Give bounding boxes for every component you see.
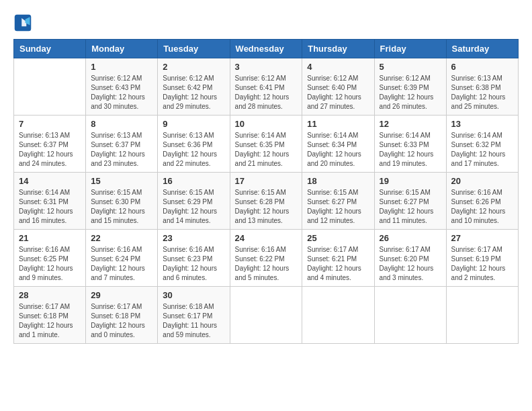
calendar-day-cell: 11Sunrise: 6:14 AM Sunset: 6:34 PM Dayli… [302, 116, 374, 173]
calendar-day-cell: 12Sunrise: 6:14 AM Sunset: 6:33 PM Dayli… [374, 116, 446, 173]
day-number: 8 [91, 119, 152, 129]
day-number: 9 [163, 119, 224, 129]
calendar-day-cell: 25Sunrise: 6:17 AM Sunset: 6:21 PM Dayli… [302, 230, 374, 287]
calendar-week-row: 1Sunrise: 6:12 AM Sunset: 6:43 PM Daylig… [14, 58, 519, 116]
day-info: Sunrise: 6:13 AM Sunset: 6:36 PM Dayligh… [163, 131, 224, 169]
day-number: 20 [451, 176, 513, 186]
day-number: 12 [380, 119, 441, 129]
calendar-body: 1Sunrise: 6:12 AM Sunset: 6:43 PM Daylig… [14, 58, 519, 344]
calendar-day-cell: 14Sunrise: 6:14 AM Sunset: 6:31 PM Dayli… [14, 173, 86, 230]
logo [13, 13, 35, 32]
day-of-week-header: Sunday [14, 40, 86, 58]
day-number: 5 [380, 62, 441, 72]
calendar-week-row: 21Sunrise: 6:16 AM Sunset: 6:25 PM Dayli… [14, 230, 519, 287]
day-number: 25 [307, 233, 369, 243]
day-of-week-header: Tuesday [158, 40, 230, 58]
day-info: Sunrise: 6:14 AM Sunset: 6:35 PM Dayligh… [235, 131, 298, 169]
day-number: 21 [19, 233, 81, 243]
day-number: 14 [19, 176, 81, 186]
day-info: Sunrise: 6:14 AM Sunset: 6:32 PM Dayligh… [451, 131, 513, 169]
day-info: Sunrise: 6:15 AM Sunset: 6:27 PM Dayligh… [307, 188, 369, 226]
day-info: Sunrise: 6:12 AM Sunset: 6:43 PM Dayligh… [91, 74, 152, 111]
day-info: Sunrise: 6:13 AM Sunset: 6:37 PM Dayligh… [19, 131, 81, 169]
calendar-day-cell [446, 287, 518, 344]
day-number: 4 [307, 62, 369, 72]
calendar-day-cell: 9Sunrise: 6:13 AM Sunset: 6:36 PM Daylig… [158, 116, 230, 173]
day-info: Sunrise: 6:17 AM Sunset: 6:19 PM Dayligh… [451, 245, 513, 283]
logo-icon [13, 13, 32, 32]
calendar-day-cell: 20Sunrise: 6:16 AM Sunset: 6:26 PM Dayli… [446, 173, 518, 230]
calendar-day-cell: 6Sunrise: 6:13 AM Sunset: 6:38 PM Daylig… [446, 58, 518, 116]
calendar-day-cell [14, 58, 86, 116]
calendar-day-cell: 15Sunrise: 6:15 AM Sunset: 6:30 PM Dayli… [86, 173, 158, 230]
calendar-day-cell: 10Sunrise: 6:14 AM Sunset: 6:35 PM Dayli… [230, 116, 302, 173]
day-number: 10 [235, 119, 298, 129]
calendar-header: SundayMondayTuesdayWednesdayThursdayFrid… [14, 40, 519, 58]
day-number: 17 [235, 176, 298, 186]
day-info: Sunrise: 6:16 AM Sunset: 6:22 PM Dayligh… [235, 245, 298, 283]
day-info: Sunrise: 6:12 AM Sunset: 6:41 PM Dayligh… [235, 74, 298, 111]
day-info: Sunrise: 6:12 AM Sunset: 6:39 PM Dayligh… [380, 74, 441, 111]
calendar-day-cell: 28Sunrise: 6:17 AM Sunset: 6:18 PM Dayli… [14, 287, 86, 344]
day-info: Sunrise: 6:15 AM Sunset: 6:29 PM Dayligh… [163, 188, 224, 226]
calendar-day-cell: 27Sunrise: 6:17 AM Sunset: 6:19 PM Dayli… [446, 230, 518, 287]
day-number: 6 [451, 62, 513, 72]
day-info: Sunrise: 6:17 AM Sunset: 6:21 PM Dayligh… [307, 245, 369, 283]
calendar-day-cell: 5Sunrise: 6:12 AM Sunset: 6:39 PM Daylig… [374, 58, 446, 116]
day-number: 24 [235, 233, 298, 243]
day-number: 1 [91, 62, 152, 72]
day-info: Sunrise: 6:15 AM Sunset: 6:30 PM Dayligh… [91, 188, 152, 226]
day-info: Sunrise: 6:17 AM Sunset: 6:18 PM Dayligh… [19, 302, 81, 340]
calendar-week-row: 14Sunrise: 6:14 AM Sunset: 6:31 PM Dayli… [14, 173, 519, 230]
day-of-week-header: Friday [374, 40, 446, 58]
calendar-day-cell [374, 287, 446, 344]
day-number: 23 [163, 233, 224, 243]
calendar-day-cell: 29Sunrise: 6:17 AM Sunset: 6:18 PM Dayli… [86, 287, 158, 344]
calendar-day-cell [230, 287, 302, 344]
day-number: 19 [380, 176, 441, 186]
day-header-row: SundayMondayTuesdayWednesdayThursdayFrid… [14, 40, 519, 58]
day-number: 2 [163, 62, 224, 72]
calendar: SundayMondayTuesdayWednesdayThursdayFrid… [13, 39, 519, 344]
calendar-day-cell: 1Sunrise: 6:12 AM Sunset: 6:43 PM Daylig… [86, 58, 158, 116]
day-number: 30 [163, 290, 224, 300]
calendar-week-row: 28Sunrise: 6:17 AM Sunset: 6:18 PM Dayli… [14, 287, 519, 344]
calendar-day-cell: 8Sunrise: 6:13 AM Sunset: 6:37 PM Daylig… [86, 116, 158, 173]
day-number: 28 [19, 290, 81, 300]
calendar-day-cell: 19Sunrise: 6:15 AM Sunset: 6:27 PM Dayli… [374, 173, 446, 230]
day-info: Sunrise: 6:16 AM Sunset: 6:24 PM Dayligh… [91, 245, 152, 283]
day-number: 15 [91, 176, 152, 186]
day-info: Sunrise: 6:18 AM Sunset: 6:17 PM Dayligh… [163, 302, 224, 340]
day-info: Sunrise: 6:14 AM Sunset: 6:34 PM Dayligh… [307, 131, 369, 169]
day-info: Sunrise: 6:15 AM Sunset: 6:28 PM Dayligh… [235, 188, 298, 226]
day-info: Sunrise: 6:16 AM Sunset: 6:23 PM Dayligh… [163, 245, 224, 283]
calendar-day-cell: 22Sunrise: 6:16 AM Sunset: 6:24 PM Dayli… [86, 230, 158, 287]
day-number: 16 [163, 176, 224, 186]
day-info: Sunrise: 6:14 AM Sunset: 6:33 PM Dayligh… [380, 131, 441, 169]
day-number: 7 [19, 119, 81, 129]
calendar-day-cell: 26Sunrise: 6:17 AM Sunset: 6:20 PM Dayli… [374, 230, 446, 287]
day-number: 13 [451, 119, 513, 129]
day-info: Sunrise: 6:17 AM Sunset: 6:18 PM Dayligh… [91, 302, 152, 340]
calendar-week-row: 7Sunrise: 6:13 AM Sunset: 6:37 PM Daylig… [14, 116, 519, 173]
day-info: Sunrise: 6:16 AM Sunset: 6:26 PM Dayligh… [451, 188, 513, 226]
header [13, 13, 519, 32]
day-info: Sunrise: 6:17 AM Sunset: 6:20 PM Dayligh… [380, 245, 441, 283]
calendar-day-cell [302, 287, 374, 344]
calendar-day-cell: 24Sunrise: 6:16 AM Sunset: 6:22 PM Dayli… [230, 230, 302, 287]
calendar-day-cell: 18Sunrise: 6:15 AM Sunset: 6:27 PM Dayli… [302, 173, 374, 230]
calendar-day-cell: 23Sunrise: 6:16 AM Sunset: 6:23 PM Dayli… [158, 230, 230, 287]
day-number: 29 [91, 290, 152, 300]
day-number: 18 [307, 176, 369, 186]
day-of-week-header: Monday [86, 40, 158, 58]
day-info: Sunrise: 6:13 AM Sunset: 6:37 PM Dayligh… [91, 131, 152, 169]
day-info: Sunrise: 6:13 AM Sunset: 6:38 PM Dayligh… [451, 74, 513, 111]
calendar-day-cell: 3Sunrise: 6:12 AM Sunset: 6:41 PM Daylig… [230, 58, 302, 116]
day-info: Sunrise: 6:15 AM Sunset: 6:27 PM Dayligh… [380, 188, 441, 226]
day-of-week-header: Wednesday [230, 40, 302, 58]
day-number: 11 [307, 119, 369, 129]
calendar-day-cell: 30Sunrise: 6:18 AM Sunset: 6:17 PM Dayli… [158, 287, 230, 344]
day-info: Sunrise: 6:12 AM Sunset: 6:42 PM Dayligh… [163, 74, 224, 111]
calendar-day-cell: 13Sunrise: 6:14 AM Sunset: 6:32 PM Dayli… [446, 116, 518, 173]
day-info: Sunrise: 6:12 AM Sunset: 6:40 PM Dayligh… [307, 74, 369, 111]
